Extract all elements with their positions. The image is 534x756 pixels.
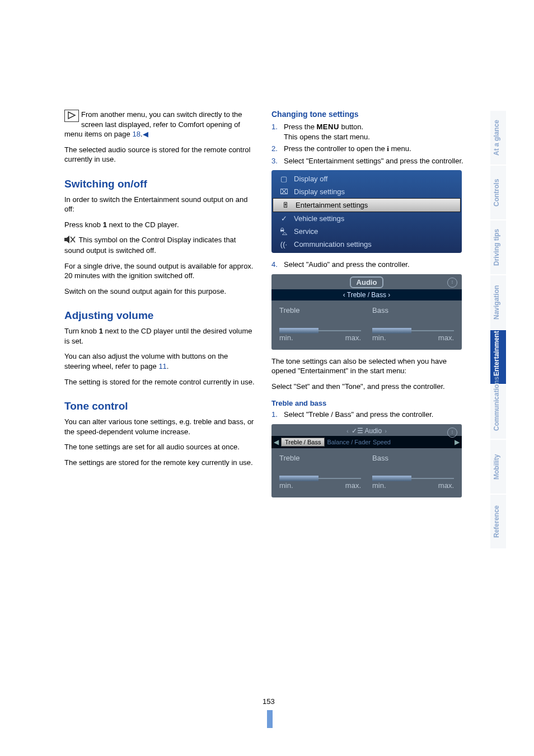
menu-row-entertainment-selected: 🎚Entertainment settings [273, 198, 461, 212]
tone-alt-2: Select "Set" and then "Tone", and press … [271, 382, 465, 392]
tip-paragraph: From another menu, you can switch direct… [64, 110, 255, 139]
svg-marker-0 [68, 112, 75, 119]
page-indicator-bar [267, 710, 273, 728]
step-number: 3. [271, 156, 284, 166]
menu-button-label: MENU [317, 123, 339, 131]
heading-changing-tone: Changing tone settings [271, 110, 465, 119]
treble-bass-steps: 1. Select "Treble / Bass" and press the … [271, 410, 465, 420]
menu-row-display-settings: ⌧Display settings [271, 185, 462, 198]
volume-turn-knob: Turn knob 1 next to the CD player until … [64, 326, 255, 346]
step-number: 4. [271, 260, 284, 270]
knob-number: 1 [103, 220, 107, 229]
equalizer-icon: 🎚 [279, 201, 292, 209]
step1-sub: This opens the start menu. [284, 133, 370, 141]
heading-tone: Tone control [64, 400, 255, 412]
square-icon: ▢ [277, 175, 291, 183]
changing-tone-steps: 1. Press the MENU button. This opens the… [271, 122, 465, 166]
tone-p2: The tone settings are set for all audio … [64, 442, 255, 452]
heading-volume: Adjusting volume [64, 309, 255, 322]
mute-speaker-icon [64, 236, 77, 246]
single-drive-2: Switch on the sound output again for thi… [64, 287, 255, 297]
antenna-icon: ((· [277, 240, 291, 248]
audio-badge: Audio [350, 276, 384, 288]
tab-driving-tips[interactable]: Driving tips [490, 219, 506, 274]
svg-marker-1 [64, 236, 69, 243]
switch-knob: Press knob 1 next to the CD player. [64, 220, 255, 230]
heading-switching: Switching on/off [64, 178, 255, 190]
right-column: Changing tone settings 1. Press the MENU… [271, 110, 465, 504]
knob-number-2: 1 [99, 327, 103, 335]
step-number: 1. [271, 122, 284, 142]
audio-screen-2: ‹ ✓☰ Audio › ↕ ◀ Treble / Bass Balance /… [271, 424, 462, 497]
tab-balance-fader: Balance / Fader [327, 439, 371, 445]
tab-treble-bass-selected: Treble / Bass [281, 438, 325, 447]
tab-banner: ◀ Treble / Bass Balance / Fader Speed ▶ [271, 436, 462, 448]
tab-controls[interactable]: Controls [490, 165, 506, 219]
idrive-settings-menu-screenshot: ▢Display off ⌧Display settings 🎚Entertai… [271, 170, 462, 253]
step-number: 2. [271, 144, 284, 154]
changing-tone-step4: 4. Select "Audio" and press the controll… [271, 260, 465, 270]
bass-slider-2 [372, 478, 454, 479]
tone-p1: You can alter various tone settings, e.g… [64, 417, 255, 436]
treble-slider-2 [279, 478, 361, 479]
menu-row-service: ⛍Service [271, 225, 462, 238]
tip-page-link[interactable]: 18 [132, 130, 140, 138]
left-arrow-icon: ◀ [274, 438, 279, 446]
switch-intro: In order to switch the Entertainment sou… [64, 195, 255, 214]
check-car-icon: ✓ [277, 214, 291, 223]
audio-nav-icon: ✓☰ [352, 427, 363, 435]
step3-text: Select "Entertainment settings" and pres… [284, 156, 463, 166]
treble-step1: Select "Treble / Bass" and press the con… [284, 410, 433, 420]
volume-steering: You can also adjust the volume with butt… [64, 351, 255, 371]
tab-mobility[interactable]: Mobility [490, 439, 506, 494]
end-marker-icon: ◀ [143, 129, 148, 139]
monitor-icon: ⌧ [277, 187, 291, 196]
page-11-link[interactable]: 11 [158, 362, 166, 370]
tone-alt-1: The tone settings can also be selected w… [271, 356, 465, 376]
single-drive-1: For a single drive, the sound output is … [64, 261, 255, 281]
volume-stored: The setting is stored for the remote con… [64, 377, 255, 387]
tab-reference[interactable]: Reference [490, 494, 506, 548]
bass-label-2: Bass [372, 454, 454, 462]
treble-label: Treble [279, 306, 361, 314]
tab-entertainment[interactable]: Entertainment [490, 329, 506, 384]
right-arrow-icon: ▶ [455, 438, 460, 446]
menu-row-display-off: ▢Display off [271, 172, 462, 185]
tip-arrow-icon [64, 110, 79, 122]
tab-communications[interactable]: Communications [490, 384, 506, 439]
step4-text: Select "Audio" and press the controller. [284, 260, 410, 270]
tab-navigation[interactable]: Navigation [490, 274, 506, 329]
menu-row-vehicle: ✓Vehicle settings [271, 212, 462, 225]
step-number: 1. [271, 410, 284, 420]
menu-row-communication: ((·Communication settings [271, 238, 462, 251]
page-number: 153 [263, 697, 275, 706]
left-column: From another menu, you can switch direct… [64, 110, 255, 504]
treble-slider [279, 330, 361, 331]
heading-treble-bass: Treble and bass [271, 399, 465, 407]
tip-text-before: From another menu, you can switch direct… [64, 110, 242, 138]
tab-speed: Speed [373, 439, 391, 445]
bass-label: Bass [372, 306, 454, 314]
stored-source-text: The selected audio source is stored for … [64, 145, 255, 165]
tab-at-a-glance[interactable]: At a glance [490, 110, 506, 165]
treble-label-2: Treble [279, 454, 361, 462]
treble-bass-banner: ‹ Treble / Bass › [271, 289, 462, 300]
section-tabs: At a glance Controls Driving tips Naviga… [490, 110, 506, 548]
bass-slider [372, 330, 454, 331]
circle-indicator-icon: ↕ [447, 278, 457, 288]
audio-nav-title: Audio [364, 427, 382, 435]
mute-symbol-paragraph: This symbol on the Control Display indic… [64, 235, 255, 255]
tone-p3: The settings are stored for the remote k… [64, 458, 255, 468]
audio-screen-1: Audio ↕ ‹ Treble / Bass › Treble min.max… [271, 274, 462, 350]
car-icon: ⛍ [277, 227, 291, 236]
circle-indicator-icon: ↕ [447, 428, 457, 438]
